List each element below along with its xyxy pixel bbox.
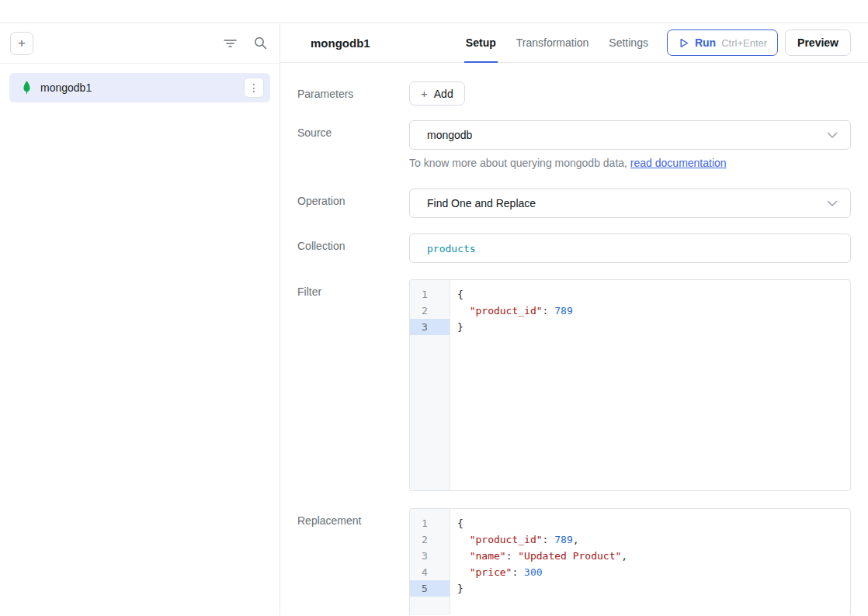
source-selected-value: mongodb — [427, 129, 472, 141]
filter-icon — [224, 38, 237, 49]
filter-code-editor[interactable]: 123 { "product_id": 789} — [409, 279, 851, 491]
source-select[interactable]: mongodb — [409, 120, 851, 150]
header-buttons: Run Ctrl+Enter Preview — [667, 29, 851, 56]
parameters-label: Parameters — [297, 81, 409, 106]
source-help-text: To know more about querying mongodb data… — [409, 157, 851, 169]
tab-transformation[interactable]: Transformation — [516, 23, 589, 62]
chevron-down-icon — [827, 200, 838, 207]
chevron-down-icon — [827, 132, 838, 139]
sidebar-header: + — [0, 23, 279, 64]
query-sidebar: + — [0, 23, 280, 615]
query-form: Parameters + Add Source mongodb — [280, 63, 868, 615]
run-button[interactable]: Run Ctrl+Enter — [667, 29, 778, 56]
source-help-prefix: To know more about querying mongodb data… — [409, 157, 630, 169]
collection-label: Collection — [297, 234, 409, 263]
topbar — [0, 0, 868, 23]
replacement-row: Replacement 12345 { "product_id": 789, "… — [297, 508, 851, 615]
app-body: + — [0, 23, 868, 615]
collection-input[interactable]: products — [409, 234, 851, 263]
preview-button[interactable]: Preview — [785, 29, 851, 56]
replacement-editor-gutter: 12345 — [410, 509, 450, 615]
add-parameter-label: Add — [434, 88, 453, 100]
add-query-button[interactable]: + — [10, 32, 33, 55]
kebab-menu-icon: ⋮ — [248, 81, 259, 94]
query-title: mongodb1 — [311, 36, 370, 50]
collection-row: Collection products — [297, 234, 851, 263]
tab-setup[interactable]: Setup — [466, 23, 496, 62]
tab-settings[interactable]: Settings — [609, 23, 648, 62]
sidebar-item-mongodb1[interactable]: mongodb1 ⋮ — [9, 73, 270, 102]
filter-editor-code[interactable]: { "product_id": 789} — [450, 280, 850, 490]
query-header: mongodb1 Setup Transformation Settings R… — [280, 23, 868, 63]
play-icon — [678, 37, 689, 49]
search-icon — [254, 36, 267, 50]
run-label: Run — [695, 36, 716, 49]
run-shortcut: Ctrl+Enter — [721, 37, 767, 49]
operation-row: Operation Find One and Replace — [297, 189, 851, 218]
mongodb-leaf-icon — [22, 80, 32, 95]
parameters-row: Parameters + Add — [297, 81, 851, 106]
plus-icon: + — [18, 36, 26, 50]
collection-value: products — [427, 243, 476, 254]
operation-selected-value: Find One and Replace — [427, 197, 536, 209]
filter-editor-gutter: 123 — [410, 280, 450, 490]
source-row: Source mongodb To know more about queryi… — [297, 120, 851, 169]
plus-icon: + — [421, 87, 428, 100]
query-options-button[interactable]: ⋮ — [244, 78, 264, 98]
datasource-name: mongodb1 — [40, 81, 235, 94]
query-tabs: Setup Transformation Settings — [466, 23, 648, 62]
add-parameter-button[interactable]: + Add — [409, 81, 465, 106]
search-queries-button[interactable] — [254, 36, 267, 50]
filter-row: Filter 123 { "product_id": 789} — [297, 279, 851, 491]
read-documentation-link[interactable]: read documentation — [630, 157, 727, 169]
source-label: Source — [297, 120, 409, 169]
replacement-code-editor[interactable]: 12345 { "product_id": 789, "name": "Upda… — [409, 508, 851, 615]
operation-select[interactable]: Find One and Replace — [409, 189, 851, 218]
replacement-label: Replacement — [297, 508, 409, 615]
filter-queries-button[interactable] — [224, 38, 237, 49]
query-editor-panel: mongodb1 Setup Transformation Settings R… — [280, 23, 868, 615]
replacement-editor-code[interactable]: { "product_id": 789, "name": "Updated Pr… — [450, 509, 850, 615]
operation-label: Operation — [297, 189, 409, 218]
filter-label: Filter — [297, 279, 409, 491]
